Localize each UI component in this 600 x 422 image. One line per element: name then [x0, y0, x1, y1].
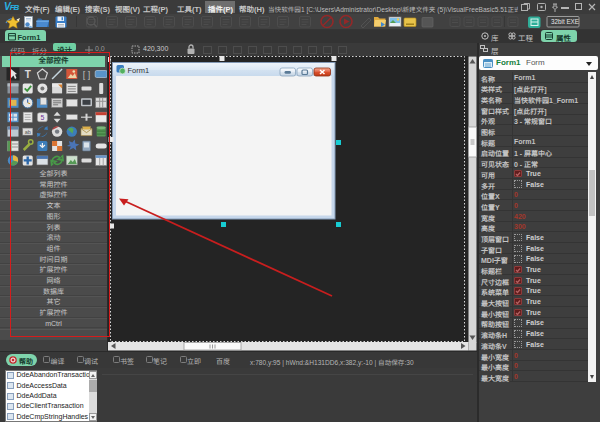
- svg-text:Form1: Form1: [128, 66, 150, 75]
